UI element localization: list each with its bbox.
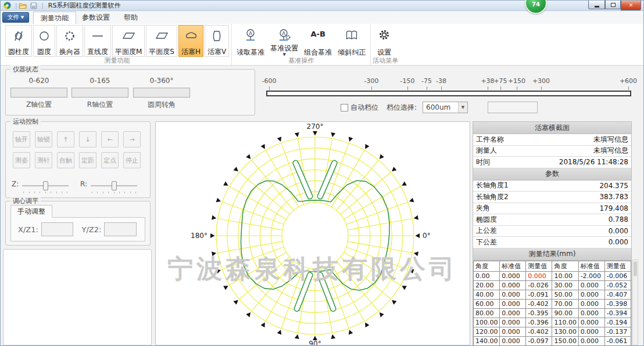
table-cell: -0.396	[526, 318, 552, 327]
maximize-button[interactable]	[605, 1, 621, 9]
combined-datum-button[interactable]: A-B 组合基准	[302, 25, 334, 57]
datum-settings-button[interactable]: A 基准设置 ▼	[268, 25, 300, 57]
axis-range: 0-165	[71, 77, 128, 85]
angle-marker-icon	[347, 329, 353, 335]
scale-tick-label: +38	[481, 77, 494, 85]
commutator-button[interactable]: 换向器	[56, 25, 83, 57]
button-label: 圆柱度	[8, 48, 29, 56]
empty-panel	[3, 249, 152, 345]
slider-thumb[interactable]	[112, 181, 117, 190]
motion-button[interactable]: ↓	[79, 131, 96, 147]
settings-button[interactable]: 设置	[373, 25, 395, 57]
close-button[interactable]: ✕	[621, 1, 641, 10]
table-cell: 130.00	[552, 327, 578, 336]
motion-button[interactable]: 轴开	[13, 131, 30, 147]
tab-measure-functions[interactable]: 测量功能	[33, 12, 76, 24]
auto-gear-checkbox[interactable]	[341, 104, 348, 111]
table-cell: -0.091	[526, 290, 552, 299]
table-row: 0.000.0000.00010.00-2.000-0.006	[474, 271, 631, 280]
motion-button[interactable]: 停止	[123, 152, 141, 168]
param-row: 上公差0.000	[473, 226, 631, 237]
motion-button[interactable]: 轴锁	[35, 131, 52, 147]
motion-button[interactable]: 定距	[79, 152, 96, 168]
tab-parameter-settings[interactable]: 参数设置	[75, 12, 117, 24]
tilt-correction-button[interactable]: 倾斜纠正	[335, 25, 368, 57]
motion-button[interactable]: ↑	[57, 131, 74, 147]
flatness-s-button[interactable]: 平面度S	[146, 25, 177, 57]
angle-marker-icon	[390, 298, 396, 305]
minimize-button[interactable]	[588, 1, 605, 9]
table-cell: -0.402	[526, 327, 552, 336]
table-cell: -0.398	[604, 299, 631, 308]
scale-tick-mark	[427, 86, 427, 90]
gear-value-field[interactable]	[488, 102, 538, 113]
scale-tick-label: +150	[508, 77, 525, 85]
yz2-input[interactable]	[104, 222, 137, 236]
roundness-button[interactable]: 圆度	[33, 25, 55, 57]
table-row: 100.000.000-0.396110.000.000-0.194	[474, 318, 631, 327]
polar-chart-panel: 270°180°0°90° 宁波森泉科技有限公司	[155, 121, 470, 345]
xz1-input[interactable]	[41, 222, 74, 236]
table-column-header: 测量值	[604, 261, 631, 271]
motion-button[interactable]: 测针	[35, 152, 52, 168]
scale-tick-mark	[371, 86, 372, 90]
table-row: 60.000.000-0.40270.000.000-0.398	[474, 299, 631, 308]
angle-marker-icon	[400, 284, 407, 290]
z-axis-slider[interactable]	[22, 180, 69, 193]
measurement-results-table: 角度标准值测量值角度标准值测量值 0.000.0000.00010.00-2.0…	[473, 261, 631, 346]
table-cell: -0.395	[526, 308, 552, 318]
table-cell: -0.402	[526, 299, 552, 308]
straightness-button[interactable]: 直线度	[84, 25, 111, 57]
ribbon-group-measure: 圆柱度 圆度 换向器	[3, 24, 232, 65]
results-panel: 活塞横截面 工件名称未填写信息 测量人未填写信息 时间2018/5/26 11:…	[473, 121, 632, 346]
angle-marker-icon	[330, 132, 335, 138]
slider-ticks	[23, 192, 67, 193]
info-row: 测量人未填写信息	[473, 146, 631, 157]
xz1-label: X/Z1:	[18, 225, 38, 234]
tab-help[interactable]: 帮助	[117, 12, 145, 24]
param-label: 长轴角度1	[476, 181, 509, 190]
scale-tick-label: +300	[532, 77, 550, 85]
file-menu-button[interactable]: 文件 ▼	[2, 12, 29, 23]
table-cell: 140.00	[474, 336, 500, 345]
r-axis-slider[interactable]	[91, 180, 137, 193]
motion-button[interactable]: ←	[101, 131, 119, 147]
r-slider-label: R:	[80, 180, 87, 188]
scrollbar-thumb[interactable]	[634, 261, 637, 276]
flatness-m-button[interactable]: 平面度M	[112, 25, 145, 57]
table-column-header: 标准值	[578, 261, 604, 271]
gear-select-dropdown[interactable]: 600um ▼	[423, 102, 468, 113]
motion-button[interactable]: 定点	[101, 152, 119, 168]
button-label: 活塞V	[207, 48, 226, 56]
group-caption: 运动控制	[10, 117, 41, 126]
piston-v-button[interactable]: 活塞V	[205, 25, 229, 57]
info-row: 工件名称未填写信息	[473, 134, 631, 146]
motion-button[interactable]: 测姿	[13, 152, 30, 168]
table-cell: -0.407	[604, 290, 631, 299]
slider-tick	[34, 192, 35, 193]
table-cell: 0.000	[578, 280, 604, 290]
button-label: 倾斜纠正	[338, 48, 366, 56]
tab-manual-adjust[interactable]: 手动调整	[10, 205, 52, 218]
open-file-icon[interactable]	[18, 2, 27, 10]
slider-tick	[67, 192, 67, 193]
table-row: 40.000.000-0.09150.000.000-0.407	[474, 290, 631, 299]
table-cell: 0.000	[500, 308, 526, 318]
r-axis-status: 0-165 R轴位置	[71, 77, 128, 110]
info-row: 时间2018/5/26 11:48:28	[473, 157, 631, 168]
piston-h-button[interactable]: 活塞H	[178, 25, 203, 57]
motion-buttons-row1: 轴开轴锁↑↓←→	[13, 131, 141, 147]
info-label: 测量人	[476, 146, 497, 156]
table-cell: 10.00	[552, 271, 578, 280]
motion-button[interactable]: →	[123, 131, 141, 147]
ribbon: 圆柱度 圆度 换向器	[1, 24, 643, 66]
read-datum-button[interactable]: A 读取基准	[234, 25, 267, 57]
slider-thumb[interactable]	[43, 181, 48, 190]
cylindricity-button[interactable]: 圆柱度	[5, 25, 32, 57]
z-axis-status: 0-620 Z轴位置	[10, 77, 67, 110]
results-scrollbar[interactable]	[632, 260, 638, 345]
motion-button[interactable]: 自触	[57, 152, 74, 168]
button-label: 平面度S	[149, 48, 174, 56]
scale-tick-mark	[441, 86, 442, 90]
save-icon[interactable]	[29, 2, 38, 10]
